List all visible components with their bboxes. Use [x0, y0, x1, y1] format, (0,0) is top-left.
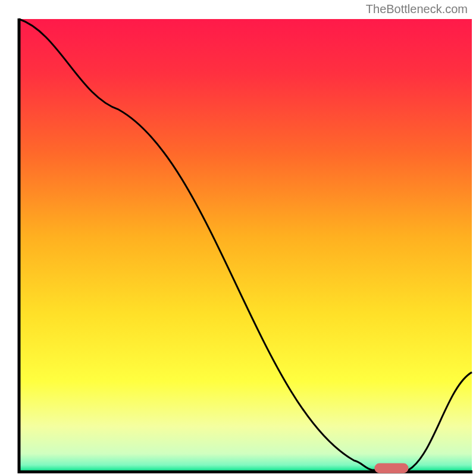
bottleneck-chart	[0, 0, 476, 476]
optimum-marker	[374, 464, 408, 474]
chart-container: { "attribution": "TheBottleneck.com", "c…	[0, 0, 476, 476]
attribution-text: TheBottleneck.com	[366, 2, 468, 16]
